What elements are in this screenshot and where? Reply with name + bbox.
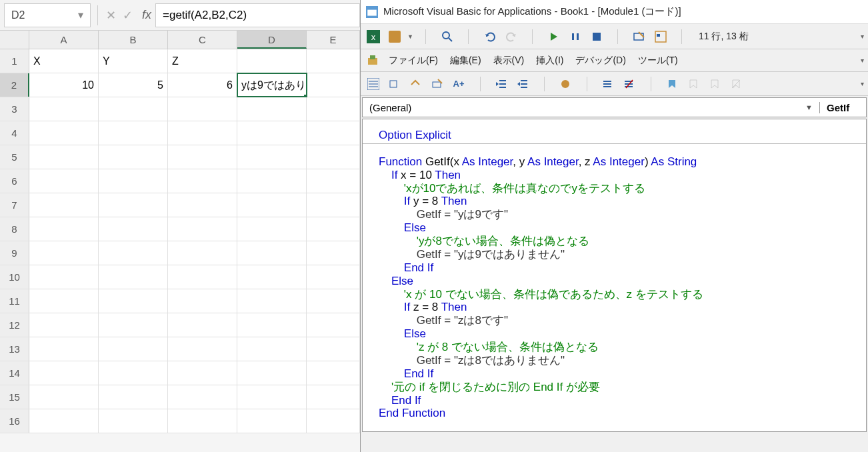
col-header-c[interactable]: C — [168, 31, 237, 49]
quick-info-icon[interactable] — [407, 75, 425, 93]
cell[interactable] — [29, 241, 99, 265]
cell[interactable] — [168, 193, 237, 217]
cell[interactable] — [99, 217, 168, 241]
select-all-corner[interactable] — [0, 31, 29, 49]
cell[interactable] — [307, 337, 360, 361]
cell[interactable] — [237, 217, 307, 241]
formula-input[interactable]: =getif(A2,B2,C2) — [155, 3, 360, 27]
row-header[interactable]: 2 — [0, 73, 29, 97]
cell[interactable] — [237, 385, 307, 409]
cell[interactable]: 10 — [29, 73, 99, 97]
cell[interactable] — [237, 289, 307, 313]
row-header[interactable]: 8 — [0, 217, 29, 241]
bookmark-clear-icon[interactable] — [727, 75, 745, 93]
cell[interactable]: X — [29, 49, 99, 73]
cell[interactable] — [29, 217, 99, 241]
find-icon[interactable] — [439, 28, 456, 45]
code-editor[interactable]: Option Explicit Function GetIf(x As Inte… — [362, 119, 867, 432]
col-header-a[interactable]: A — [29, 31, 99, 49]
cell[interactable] — [99, 385, 168, 409]
cell[interactable] — [307, 361, 360, 385]
cell[interactable] — [307, 97, 360, 121]
cell[interactable] — [29, 265, 99, 289]
row-header[interactable]: 12 — [0, 313, 29, 337]
row-header[interactable]: 16 — [0, 409, 29, 433]
row-header[interactable]: 4 — [0, 121, 29, 145]
fx-icon[interactable]: fx — [138, 8, 155, 22]
cell[interactable] — [99, 241, 168, 265]
row-header[interactable]: 5 — [0, 145, 29, 169]
toolbar-overflow-icon[interactable]: ▾ — [861, 80, 864, 87]
row-header[interactable]: 7 — [0, 193, 29, 217]
object-combo[interactable]: (General) ▼ — [363, 102, 819, 113]
breakpoint-icon[interactable] — [557, 75, 574, 93]
cell[interactable]: Z — [168, 49, 237, 73]
cell[interactable] — [168, 337, 237, 361]
uncomment-block-icon[interactable] — [621, 75, 638, 93]
chevron-down-icon[interactable]: ▼ — [805, 103, 813, 111]
break-icon[interactable] — [567, 28, 584, 45]
cell[interactable] — [29, 97, 99, 121]
row-header[interactable]: 9 — [0, 241, 29, 265]
menu-insert[interactable]: 挿入(I) — [531, 52, 569, 69]
procedure-combo[interactable]: GetIf — [819, 102, 866, 113]
cell[interactable] — [307, 73, 360, 97]
chevron-down-icon[interactable]: ▾ — [78, 9, 83, 21]
cell[interactable] — [99, 337, 168, 361]
row-header[interactable]: 3 — [0, 97, 29, 121]
cell[interactable]: yは9ではありませ — [237, 73, 307, 97]
outdent-icon[interactable] — [514, 75, 531, 93]
cell[interactable] — [237, 145, 307, 169]
list-properties-icon[interactable] — [365, 75, 382, 93]
cell[interactable] — [307, 49, 360, 73]
cell[interactable] — [237, 169, 307, 193]
cell[interactable] — [237, 337, 307, 361]
cell[interactable] — [168, 241, 237, 265]
cell[interactable] — [168, 265, 237, 289]
cell[interactable] — [168, 385, 237, 409]
cell[interactable] — [29, 313, 99, 337]
redo-icon[interactable] — [503, 28, 520, 45]
cell[interactable] — [237, 409, 307, 433]
cell[interactable] — [168, 289, 237, 313]
indent-icon[interactable] — [493, 75, 510, 93]
comment-block-icon[interactable] — [599, 75, 617, 93]
row-header[interactable]: 10 — [0, 265, 29, 289]
menu-tools[interactable]: ツール(T) — [633, 52, 683, 69]
code-content[interactable]: Option Explicit Function GetIf(x As Inte… — [379, 129, 861, 420]
cell[interactable] — [168, 169, 237, 193]
name-box[interactable]: D2 ▾ — [4, 3, 91, 27]
row-header[interactable]: 11 — [0, 289, 29, 313]
cell[interactable] — [237, 121, 307, 145]
cell[interactable] — [237, 241, 307, 265]
cell[interactable]: 6 — [168, 73, 237, 97]
cell[interactable] — [237, 97, 307, 121]
cell[interactable] — [307, 145, 360, 169]
cell[interactable] — [307, 241, 360, 265]
excel-icon[interactable]: x — [365, 28, 382, 45]
cell[interactable] — [307, 169, 360, 193]
cell[interactable]: Y — [99, 49, 168, 73]
bookmark-prev-icon[interactable] — [706, 75, 723, 93]
toolbar-overflow-icon[interactable]: ▾ — [861, 57, 864, 64]
row-header[interactable]: 1 — [0, 49, 29, 73]
enter-icon[interactable]: ✓ — [123, 8, 133, 23]
cell[interactable] — [168, 121, 237, 145]
cell[interactable]: 5 — [99, 73, 168, 97]
cell[interactable] — [29, 193, 99, 217]
cell[interactable] — [29, 361, 99, 385]
reset-icon[interactable] — [588, 28, 605, 45]
cell[interactable] — [168, 313, 237, 337]
bookmark-next-icon[interactable] — [685, 75, 702, 93]
cell[interactable] — [168, 145, 237, 169]
undo-icon[interactable] — [481, 28, 499, 45]
cell[interactable] — [99, 193, 168, 217]
menu-view[interactable]: 表示(V) — [488, 52, 530, 69]
cell[interactable] — [237, 193, 307, 217]
cell[interactable] — [99, 169, 168, 193]
cell[interactable] — [99, 145, 168, 169]
cell[interactable] — [307, 121, 360, 145]
col-header-e[interactable]: E — [307, 31, 360, 49]
cell[interactable] — [99, 361, 168, 385]
cell[interactable] — [29, 409, 99, 433]
